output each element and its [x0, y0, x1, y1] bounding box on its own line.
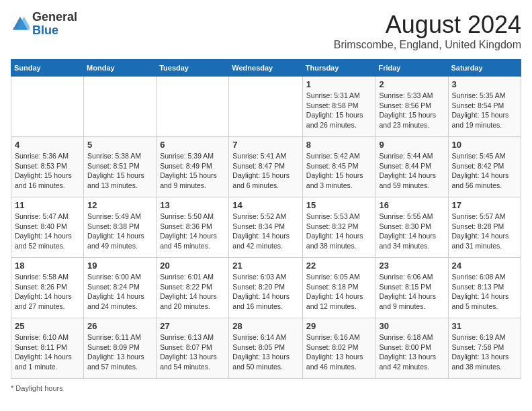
calendar-cell: 3Sunrise: 5:35 AMSunset: 8:54 PMDaylight…	[448, 77, 521, 137]
cell-info: Sunrise: 6:08 AMSunset: 8:13 PMDaylight:…	[452, 272, 517, 312]
cell-info: Sunrise: 5:38 AMSunset: 8:51 PMDaylight:…	[87, 151, 152, 191]
date-number: 20	[160, 261, 225, 271]
calendar-cell: 13Sunrise: 5:50 AMSunset: 8:36 PMDayligh…	[157, 197, 229, 258]
cell-info: Sunrise: 5:45 AMSunset: 8:42 PMDaylight:…	[452, 151, 517, 191]
calendar-cell: 17Sunrise: 5:57 AMSunset: 8:28 PMDayligh…	[448, 197, 521, 258]
calendar-cell: 29Sunrise: 6:16 AMSunset: 8:02 PMDayligh…	[302, 318, 375, 379]
calendar-cell: 24Sunrise: 6:08 AMSunset: 8:13 PMDayligh…	[448, 258, 521, 318]
date-number: 2	[379, 79, 444, 89]
week-row-1: 1Sunrise: 5:31 AMSunset: 8:58 PMDaylight…	[11, 77, 521, 137]
date-number: 3	[452, 79, 517, 89]
main-title: August 2024	[334, 11, 521, 39]
cell-info: Sunrise: 6:16 AMSunset: 8:02 PMDaylight:…	[306, 332, 372, 372]
cell-info: Sunrise: 6:19 AMSunset: 7:58 PMDaylight:…	[452, 332, 517, 372]
logo: General Blue	[11, 11, 77, 38]
calendar-cell: 21Sunrise: 6:03 AMSunset: 8:20 PMDayligh…	[229, 258, 303, 318]
calendar-cell: 4Sunrise: 5:36 AMSunset: 8:53 PMDaylight…	[11, 137, 84, 197]
cell-info: Sunrise: 5:52 AMSunset: 8:34 PMDaylight:…	[232, 212, 299, 251]
cell-info: Sunrise: 6:18 AMSunset: 8:00 PMDaylight:…	[379, 332, 444, 372]
calendar-cell: 19Sunrise: 6:00 AMSunset: 8:24 PMDayligh…	[84, 258, 157, 318]
date-number: 31	[452, 321, 517, 331]
date-number: 16	[379, 200, 444, 210]
date-number: 25	[15, 321, 80, 331]
cell-info: Sunrise: 6:01 AMSunset: 8:22 PMDaylight:…	[160, 272, 225, 312]
week-row-2: 4Sunrise: 5:36 AMSunset: 8:53 PMDaylight…	[11, 137, 521, 197]
cell-info: Sunrise: 5:41 AMSunset: 8:47 PMDaylight:…	[232, 151, 299, 191]
calendar-cell: 31Sunrise: 6:19 AMSunset: 7:58 PMDayligh…	[448, 318, 521, 379]
column-header-sunday: Sunday	[11, 60, 84, 77]
footer-note: * Daylight hours	[11, 384, 521, 392]
cell-info: Sunrise: 5:39 AMSunset: 8:49 PMDaylight:…	[160, 151, 225, 191]
date-number: 22	[306, 261, 372, 271]
column-header-saturday: Saturday	[448, 60, 521, 77]
cell-info: Sunrise: 5:53 AMSunset: 8:32 PMDaylight:…	[306, 212, 372, 251]
column-header-thursday: Thursday	[302, 60, 375, 77]
logo-blue: Blue	[32, 24, 58, 37]
calendar-cell: 5Sunrise: 5:38 AMSunset: 8:51 PMDaylight…	[84, 137, 157, 197]
cell-info: Sunrise: 5:55 AMSunset: 8:30 PMDaylight:…	[379, 212, 444, 251]
column-header-friday: Friday	[375, 60, 448, 77]
cell-info: Sunrise: 5:57 AMSunset: 8:28 PMDaylight:…	[452, 212, 517, 251]
calendar-cell: 16Sunrise: 5:55 AMSunset: 8:30 PMDayligh…	[375, 197, 448, 258]
footer-text: Daylight hours	[15, 384, 62, 392]
date-number: 23	[379, 261, 444, 271]
calendar-cell	[11, 77, 84, 137]
week-row-5: 25Sunrise: 6:10 AMSunset: 8:11 PMDayligh…	[11, 318, 521, 379]
date-number: 5	[87, 140, 152, 150]
date-number: 6	[160, 140, 225, 150]
calendar-cell: 1Sunrise: 5:31 AMSunset: 8:58 PMDaylight…	[302, 77, 375, 137]
calendar-cell: 27Sunrise: 6:13 AMSunset: 8:07 PMDayligh…	[157, 318, 229, 379]
logo-icon	[11, 15, 30, 34]
date-number: 13	[160, 200, 225, 210]
cell-info: Sunrise: 6:06 AMSunset: 8:15 PMDaylight:…	[379, 272, 444, 312]
week-row-3: 11Sunrise: 5:47 AMSunset: 8:40 PMDayligh…	[11, 197, 521, 258]
date-number: 18	[15, 261, 80, 271]
cell-info: Sunrise: 6:13 AMSunset: 8:07 PMDaylight:…	[160, 332, 225, 372]
date-number: 19	[87, 261, 152, 271]
calendar-cell: 10Sunrise: 5:45 AMSunset: 8:42 PMDayligh…	[448, 137, 521, 197]
calendar-cell: 2Sunrise: 5:33 AMSunset: 8:56 PMDaylight…	[375, 77, 448, 137]
calendar-cell: 14Sunrise: 5:52 AMSunset: 8:34 PMDayligh…	[229, 197, 303, 258]
date-number: 17	[452, 200, 517, 210]
cell-info: Sunrise: 5:44 AMSunset: 8:44 PMDaylight:…	[379, 151, 444, 191]
calendar-cell: 9Sunrise: 5:44 AMSunset: 8:44 PMDaylight…	[375, 137, 448, 197]
date-number: 9	[379, 140, 444, 150]
cell-info: Sunrise: 5:42 AMSunset: 8:45 PMDaylight:…	[306, 151, 372, 191]
calendar-cell	[84, 77, 157, 137]
calendar-cell: 7Sunrise: 5:41 AMSunset: 8:47 PMDaylight…	[229, 137, 303, 197]
cell-info: Sunrise: 5:36 AMSunset: 8:53 PMDaylight:…	[15, 151, 80, 191]
cell-info: Sunrise: 5:47 AMSunset: 8:40 PMDaylight:…	[15, 212, 80, 251]
calendar-cell	[157, 77, 229, 137]
cell-info: Sunrise: 6:11 AMSunset: 8:09 PMDaylight:…	[87, 332, 152, 372]
column-header-tuesday: Tuesday	[157, 60, 229, 77]
cell-info: Sunrise: 5:58 AMSunset: 8:26 PMDaylight:…	[15, 272, 80, 312]
calendar-cell	[229, 77, 303, 137]
cell-info: Sunrise: 6:03 AMSunset: 8:20 PMDaylight:…	[232, 272, 299, 312]
date-number: 10	[452, 140, 517, 150]
date-number: 15	[306, 200, 372, 210]
calendar-cell: 26Sunrise: 6:11 AMSunset: 8:09 PMDayligh…	[84, 318, 157, 379]
calendar-cell: 8Sunrise: 5:42 AMSunset: 8:45 PMDaylight…	[302, 137, 375, 197]
date-number: 30	[379, 321, 444, 331]
cell-info: Sunrise: 5:50 AMSunset: 8:36 PMDaylight:…	[160, 212, 225, 251]
column-header-wednesday: Wednesday	[229, 60, 303, 77]
cell-info: Sunrise: 6:14 AMSunset: 8:05 PMDaylight:…	[232, 332, 299, 372]
date-number: 11	[15, 200, 80, 210]
calendar-cell: 28Sunrise: 6:14 AMSunset: 8:05 PMDayligh…	[229, 318, 303, 379]
date-number: 12	[87, 200, 152, 210]
date-number: 21	[232, 261, 299, 271]
cell-info: Sunrise: 5:33 AMSunset: 8:56 PMDaylight:…	[379, 91, 444, 130]
week-row-4: 18Sunrise: 5:58 AMSunset: 8:26 PMDayligh…	[11, 258, 521, 318]
date-number: 4	[15, 140, 80, 150]
cell-info: Sunrise: 5:35 AMSunset: 8:54 PMDaylight:…	[452, 91, 517, 130]
header: General Blue August 2024 Brimscombe, Eng…	[11, 11, 521, 51]
calendar-table: SundayMondayTuesdayWednesdayThursdayFrid…	[11, 59, 521, 379]
title-block: August 2024 Brimscombe, England, United …	[334, 11, 521, 51]
date-number: 29	[306, 321, 372, 331]
calendar-cell: 20Sunrise: 6:01 AMSunset: 8:22 PMDayligh…	[157, 258, 229, 318]
cell-info: Sunrise: 6:10 AMSunset: 8:11 PMDaylight:…	[15, 332, 80, 372]
logo-general: General	[32, 10, 77, 24]
calendar-cell: 15Sunrise: 5:53 AMSunset: 8:32 PMDayligh…	[302, 197, 375, 258]
date-number: 26	[87, 321, 152, 331]
date-number: 7	[232, 140, 299, 150]
